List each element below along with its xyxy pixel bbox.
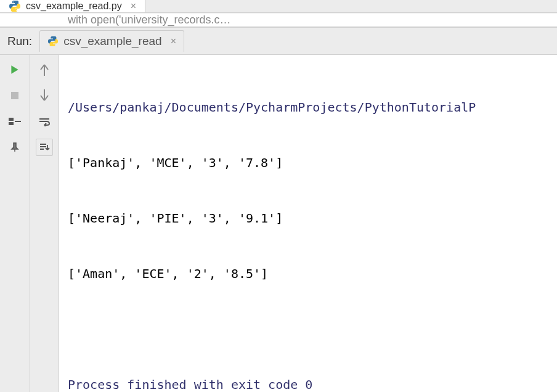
- editor-tab-active[interactable]: csv_example_read.py ×: [0, 0, 145, 12]
- run-config-tab[interactable]: csv_example_read ×: [39, 30, 184, 52]
- python-file-icon: [47, 36, 59, 47]
- breadcrumb[interactable]: with open('university_records.c…: [0, 13, 557, 27]
- run-label: Run:: [7, 35, 32, 48]
- pin-button[interactable]: [6, 139, 23, 156]
- up-arrow-icon[interactable]: [36, 61, 53, 78]
- layout-button[interactable]: [6, 113, 23, 130]
- breadcrumb-text: with open('university_records.c…: [68, 14, 231, 27]
- svg-rect-5: [15, 121, 21, 122]
- scroll-to-end-icon[interactable]: [36, 139, 53, 156]
- run-toolbar-right: [30, 55, 59, 392]
- run-config-name: csv_example_read: [63, 35, 161, 48]
- close-icon[interactable]: ×: [171, 36, 176, 47]
- stop-button[interactable]: [6, 87, 23, 104]
- editor-tab-bar: csv_example_read.py ×: [0, 0, 557, 13]
- console-output[interactable]: /Users/pankaj/Documents/PycharmProjects/…: [59, 55, 557, 392]
- svg-rect-3: [9, 118, 14, 121]
- console-path: /Users/pankaj/Documents/PycharmProjects/…: [68, 98, 548, 116]
- console-line: ['Aman', 'ECE', '2', '8.5']: [68, 264, 548, 283]
- close-icon[interactable]: ×: [131, 1, 136, 12]
- svg-rect-2: [11, 92, 18, 99]
- python-file-icon: [9, 0, 21, 12]
- down-arrow-icon[interactable]: [36, 87, 53, 104]
- run-header: Run: csv_example_read ×: [0, 28, 557, 55]
- svg-rect-4: [9, 122, 14, 125]
- console-exit-line: Process finished with exit code 0: [68, 375, 548, 392]
- editor-tab-filename: csv_example_read.py: [26, 1, 122, 12]
- run-toolbar-left: [0, 55, 30, 392]
- svg-point-0: [13, 1, 14, 2]
- soft-wrap-icon[interactable]: [36, 113, 53, 130]
- console-line: ['Pankaj', 'MCE', '3', '7.8']: [68, 153, 548, 172]
- rerun-button[interactable]: [6, 61, 23, 78]
- run-tool-window: Run: csv_example_read ×: [0, 27, 557, 392]
- svg-point-1: [16, 10, 17, 11]
- console-line: ['Neeraj', 'PIE', '3', '9.1']: [68, 209, 548, 227]
- console-blank: [68, 320, 548, 338]
